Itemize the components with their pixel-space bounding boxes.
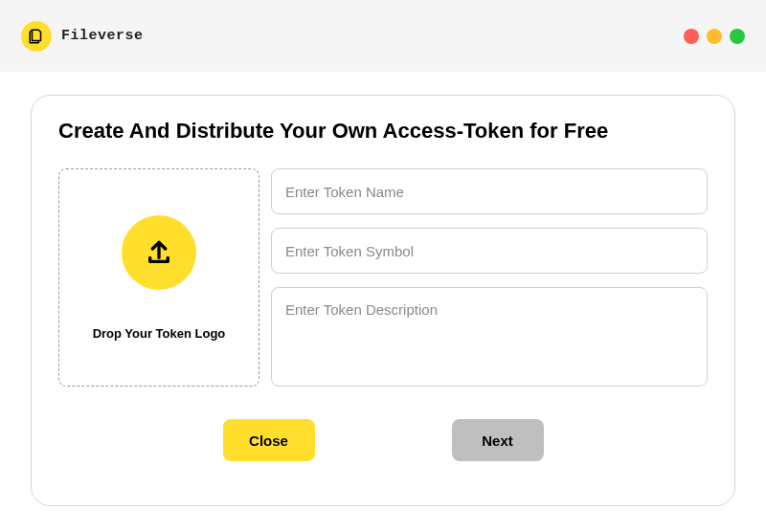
brand-name: Fileverse xyxy=(61,28,144,44)
token-description-input[interactable] xyxy=(271,287,708,387)
window-controls xyxy=(684,29,745,44)
dropzone-label: Drop Your Token Logo xyxy=(93,326,226,341)
next-button[interactable]: Next xyxy=(452,419,544,461)
maximize-window-icon[interactable] xyxy=(730,29,745,44)
inputs-column xyxy=(271,168,708,387)
logo-dropzone[interactable]: Drop Your Token Logo xyxy=(58,168,259,387)
token-name-input[interactable] xyxy=(271,168,708,214)
main-container: Create And Distribute Your Own Access-To… xyxy=(0,72,766,529)
brand-logo-icon xyxy=(21,21,52,52)
token-symbol-input[interactable] xyxy=(271,228,708,274)
modal-title: Create And Distribute Your Own Access-To… xyxy=(58,119,708,144)
close-window-icon[interactable] xyxy=(684,29,699,44)
create-token-modal: Create And Distribute Your Own Access-To… xyxy=(31,95,735,506)
brand: Fileverse xyxy=(21,21,144,52)
upload-icon xyxy=(122,215,196,290)
minimize-window-icon[interactable] xyxy=(707,29,722,44)
button-row: Close Next xyxy=(58,419,708,461)
close-button[interactable]: Close xyxy=(223,419,315,461)
form-row: Drop Your Token Logo xyxy=(58,168,708,387)
top-bar: Fileverse xyxy=(0,0,766,72)
